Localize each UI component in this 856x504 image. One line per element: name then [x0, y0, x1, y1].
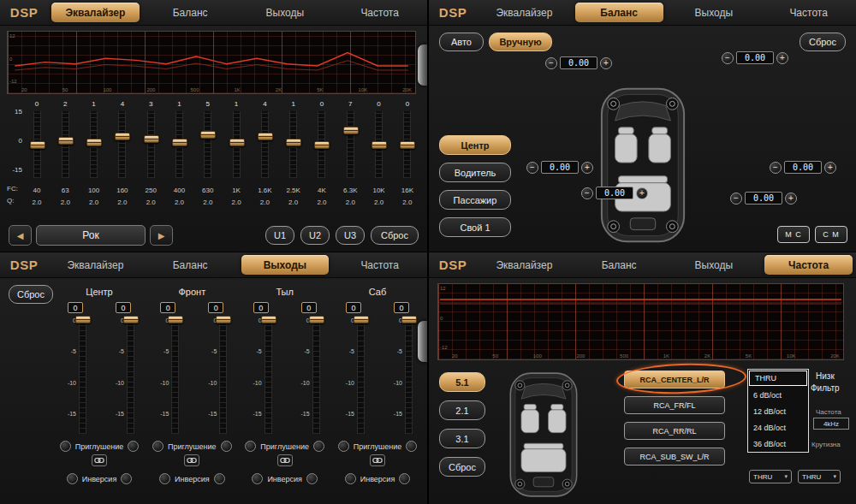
drawer-handle[interactable] [418, 321, 427, 362]
rca-output-sub[interactable]: RCA_SUB_SW_L/R [624, 448, 725, 465]
position-custom-1[interactable]: Свой 1 [439, 217, 511, 237]
eq-slider-track[interactable] [118, 111, 126, 178]
output-slider-track[interactable] [357, 316, 365, 434]
mute-right-knob[interactable] [128, 441, 139, 452]
eq-slider-track[interactable] [175, 111, 183, 178]
balance-reset-button[interactable]: Сброс [800, 33, 846, 51]
slope-option[interactable]: 36 dB/oct [748, 436, 808, 452]
mute-right-knob[interactable] [221, 441, 232, 452]
eq-slider-handle[interactable] [400, 141, 415, 149]
tab-outputs[interactable]: Выходы [670, 3, 758, 22]
slope-option[interactable]: 6 dB/oct [748, 387, 808, 403]
output-slider-track[interactable] [312, 316, 320, 434]
output-slider-track[interactable] [79, 316, 86, 434]
output-slider-handle[interactable] [216, 316, 231, 323]
output-slider-handle[interactable] [401, 316, 417, 323]
invert-left-knob[interactable] [67, 473, 78, 484]
output-slider-handle[interactable] [309, 316, 324, 323]
eq-slider-track[interactable] [318, 111, 325, 178]
plus-button[interactable]: + [636, 187, 648, 199]
eq-slider-handle[interactable] [30, 141, 45, 149]
link-icon[interactable] [184, 454, 199, 466]
minus-button[interactable]: − [730, 193, 742, 205]
plus-button[interactable]: + [824, 162, 836, 174]
filter-mode-select-1[interactable]: THRU▾ [749, 470, 792, 483]
tab-frequency[interactable]: Частота [764, 255, 853, 275]
tab-frequency[interactable]: Частота [764, 3, 853, 22]
eq-slider-handle[interactable] [58, 137, 74, 145]
link-icon[interactable] [92, 454, 107, 466]
eq-slider-track[interactable] [233, 111, 241, 178]
position-center[interactable]: Центр [439, 135, 511, 155]
eq-slider-handle[interactable] [372, 141, 387, 149]
invert-right-knob[interactable] [399, 473, 410, 484]
output-slider-track[interactable] [171, 316, 179, 434]
eq-slider-handle[interactable] [229, 139, 245, 146]
user-memory-3[interactable]: U3 [336, 226, 365, 245]
eq-slider-handle[interactable] [343, 127, 359, 134]
eq-slider-handle[interactable] [258, 133, 273, 140]
preset-select[interactable]: Рок [36, 225, 146, 246]
minus-button[interactable]: − [545, 57, 557, 69]
position-driver[interactable]: Водитель [439, 163, 511, 182]
output-slider-handle[interactable] [168, 316, 183, 323]
eq-slider-handle[interactable] [172, 139, 187, 146]
tab-frequency[interactable]: Частота [336, 255, 424, 275]
eq-slider-track[interactable] [375, 111, 383, 178]
eq-slider-track[interactable] [62, 111, 69, 178]
eq-slider-handle[interactable] [144, 135, 159, 143]
outputs-reset-button[interactable]: Сброс [9, 285, 53, 304]
preset-prev-button[interactable]: ◀ [9, 225, 32, 246]
mute-right-knob[interactable] [406, 441, 417, 452]
mute-right-knob[interactable] [313, 441, 324, 452]
link-icon[interactable] [277, 454, 293, 466]
tab-outputs[interactable]: Выходы [670, 255, 758, 275]
drawer-handle[interactable] [418, 44, 427, 86]
invert-left-knob[interactable] [159, 473, 170, 484]
eq-slider-track[interactable] [33, 111, 41, 178]
eq-slider-track[interactable] [261, 111, 269, 178]
mode-2-1[interactable]: 2.1 [439, 400, 485, 420]
eq-slider-track[interactable] [347, 111, 354, 178]
eq-slider-handle[interactable] [115, 133, 130, 140]
tab-equalizer[interactable]: Эквалайзер [480, 255, 568, 275]
tab-balance[interactable]: Баланс [575, 255, 663, 275]
tab-equalizer[interactable]: Эквалайзер [51, 255, 140, 275]
tab-equalizer[interactable]: Эквалайзер [480, 3, 568, 22]
rca-output-rear[interactable]: RCA_RR/RL [624, 422, 725, 440]
tab-balance[interactable]: Баланс [146, 255, 235, 275]
cm-button[interactable]: C M [815, 226, 847, 243]
minus-button[interactable]: − [581, 187, 593, 199]
output-slider-track[interactable] [265, 316, 272, 434]
invert-left-knob[interactable] [252, 473, 263, 484]
mc-button[interactable]: M C [777, 226, 810, 243]
tab-outputs[interactable]: Выходы [241, 255, 330, 275]
slope-selected-option[interactable]: THRU [749, 371, 807, 386]
plus-button[interactable]: + [776, 52, 788, 64]
eq-slider-track[interactable] [90, 111, 98, 178]
output-slider-handle[interactable] [261, 316, 276, 323]
invert-right-knob[interactable] [121, 473, 132, 484]
plus-button[interactable]: + [581, 162, 593, 174]
link-icon[interactable] [370, 454, 385, 466]
slope-option[interactable]: 12 dB/oct [748, 403, 808, 419]
minus-button[interactable]: − [770, 162, 782, 174]
mute-left-knob[interactable] [152, 441, 163, 452]
mode-3-1[interactable]: 3.1 [439, 429, 485, 448]
eq-slider-track[interactable] [289, 111, 297, 178]
invert-left-knob[interactable] [345, 473, 356, 484]
slope-option[interactable]: 24 dB/oct [748, 419, 808, 436]
rca-output-front[interactable]: RCA_FR/FL [624, 396, 725, 414]
tab-outputs[interactable]: Выходы [241, 3, 330, 22]
position-passenger[interactable]: Пассажир [439, 190, 511, 210]
plus-button[interactable]: + [785, 193, 797, 205]
mute-left-knob[interactable] [60, 441, 71, 452]
eq-slider-track[interactable] [147, 111, 155, 178]
user-memory-1[interactable]: U1 [265, 226, 294, 245]
eq-reset-button[interactable]: Сброс [371, 226, 419, 245]
mute-left-knob[interactable] [338, 441, 349, 452]
eq-slider-handle[interactable] [286, 139, 301, 146]
tab-equalizer[interactable]: Эквалайзер [51, 3, 140, 22]
tab-frequency[interactable]: Частота [336, 3, 424, 22]
user-memory-2[interactable]: U2 [300, 226, 330, 245]
